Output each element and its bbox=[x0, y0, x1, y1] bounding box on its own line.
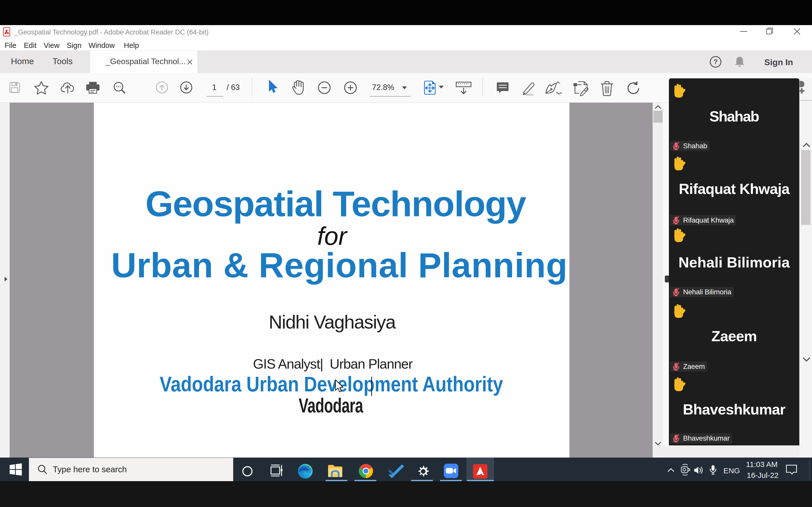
svg-text:?: ? bbox=[714, 58, 718, 66]
